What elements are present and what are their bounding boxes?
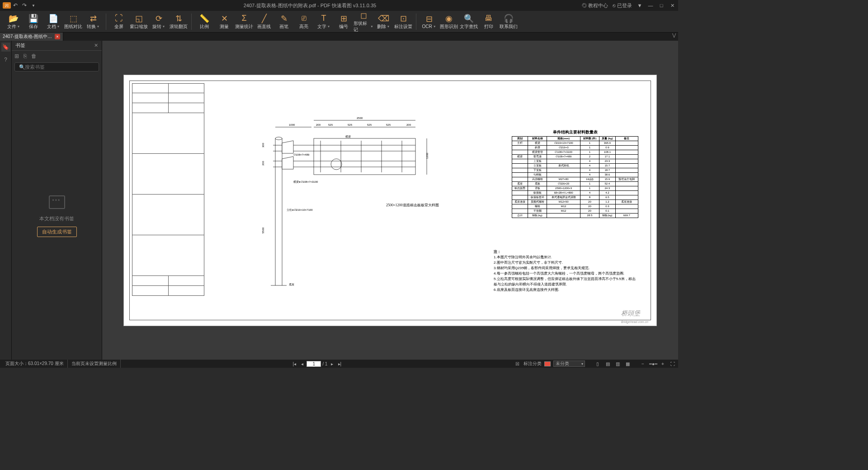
empty-text: 本文档没有书签 — [39, 215, 74, 222]
print-button[interactable]: 🖶打印 — [479, 11, 499, 32]
textsearch-button[interactable]: 🔍文字查找 — [459, 11, 479, 32]
measurestat-button[interactable]: Σ测量统计 — [234, 11, 254, 32]
view-single-icon[interactable]: ▯ — [594, 361, 601, 366]
close-button[interactable]: ✕ — [669, 3, 675, 9]
svg-text:1200: 1200 — [426, 152, 429, 158]
search-icon: 🔍 — [464, 14, 474, 24]
folder-icon: 📂 — [9, 14, 19, 24]
next-page-button[interactable]: ▸ — [329, 361, 335, 366]
pen-icon: ✎ — [281, 14, 288, 24]
fitwindow-button[interactable]: ◱窗口缩放 — [129, 11, 149, 32]
number-button[interactable]: ⊞编号 — [334, 11, 354, 32]
undo-icon[interactable]: ↶ — [11, 2, 20, 9]
fullscreen-button[interactable]: ⛶全屏 — [109, 11, 129, 32]
convert-button[interactable]: ⇄转换▼ — [83, 11, 103, 32]
svg-text:200: 200 — [316, 123, 321, 126]
delete-bookmark-icon[interactable]: 🗑 — [31, 53, 37, 59]
compare-button[interactable]: ⬚图纸对比 — [63, 11, 83, 32]
doc-button[interactable]: 📄文档▼ — [43, 11, 63, 32]
prev-page-button[interactable]: ◂ — [299, 361, 305, 366]
search-icon: 🔍 — [19, 64, 25, 70]
ocr-button[interactable]: ⊟OCR▼ — [419, 11, 439, 32]
app-logo-icon: 闪 — [3, 2, 11, 9]
annot-toggle-icon[interactable]: ☒ — [514, 361, 521, 366]
maximize-button[interactable]: □ — [658, 3, 665, 8]
pin-icon[interactable]: ▼ — [637, 3, 643, 8]
expand-icon[interactable]: ⊞ — [14, 53, 19, 59]
materials-table: 单件结构主要材料数量表 类别材料名称规格(mm)材料数 (件)质量 (kg)备注… — [512, 129, 638, 218]
imgrec-button[interactable]: ◉图形识别 — [439, 11, 459, 32]
minimize-button[interactable]: — — [647, 3, 654, 8]
svg-text:底座: 底座 — [289, 283, 294, 286]
zoom-out-icon[interactable]: − — [639, 361, 646, 366]
view-facing-icon[interactable]: ▥ — [614, 361, 621, 366]
first-page-button[interactable]: |◂ — [291, 361, 297, 366]
delete-button[interactable]: ⌫删除▼ — [373, 11, 393, 32]
annot-color-swatch[interactable] — [544, 361, 551, 366]
bookmark-rail-icon[interactable]: 🔖 — [1, 43, 10, 52]
left-rail: 🔖 ? — [0, 41, 12, 360]
highlight-button[interactable]: ⎚高亮 — [294, 11, 314, 32]
annot-class-select[interactable]: 未分类 — [553, 361, 585, 367]
login-status[interactable]: ⎋ 已登录 — [613, 2, 632, 9]
view-continuous-icon[interactable]: ▤ — [604, 361, 611, 366]
text-icon: T — [321, 14, 326, 24]
tab-close-icon[interactable]: × — [55, 34, 60, 39]
shape-button[interactable]: ◻形状标记▼ — [354, 11, 373, 32]
bookmark-search-input[interactable] — [14, 62, 99, 71]
empty-bookmark-icon — [49, 195, 65, 209]
redo-icon[interactable]: ↷ — [20, 2, 29, 9]
svg-point-2 — [275, 137, 282, 140]
text-button[interactable]: T文字▼ — [314, 11, 334, 32]
status-bar: 页面大小：63.01×29.70 厘米 当前页未设置测量比例 |◂ ◂ / 1 … — [0, 360, 678, 368]
drawing-notes: 注： 1.本图尺寸除注明外其余均以毫米计.2.图中而注尺寸皆为实耐尺寸，非下料尺… — [494, 249, 638, 293]
bookmark-panel: 书签 ✕ ⊞ ⎘ 🗑 🔍 本文档没有书签 自动生成书签 — [12, 41, 102, 360]
page-number-input[interactable] — [307, 361, 321, 367]
menu-dd-icon[interactable]: ▼ — [29, 4, 38, 8]
annotset-button[interactable]: ⊡标注设置 — [393, 11, 413, 32]
line-button[interactable]: ╱画直线 — [254, 11, 274, 32]
drawing-caption: 2500×1200道路标志板板背大样图 — [386, 203, 439, 208]
svg-text:525: 525 — [328, 123, 333, 126]
svg-text:300: 300 — [262, 142, 264, 147]
technical-drawing: 1000 2500 200 525 525 525 525 200 1200 3… — [250, 107, 445, 288]
help-link[interactable]: ◎ 教程中心 — [582, 2, 608, 9]
doc-icon: 📄 — [48, 14, 58, 24]
page-size-label: 页面大小：63.01×29.70 厘米 — [2, 360, 68, 368]
contact-button[interactable]: 🎧联系我们 — [499, 11, 519, 32]
document-tab[interactable]: 2407-提取表格-图纸中… × — [0, 33, 63, 41]
last-page-button[interactable]: ▸| — [336, 361, 343, 366]
fitpage-icon[interactable]: ⛶ — [669, 361, 676, 366]
view-book-icon[interactable]: ▦ — [624, 361, 631, 366]
measure-button[interactable]: ✕测量 — [214, 11, 234, 32]
tabs-chevron-icon[interactable]: ⋁ — [670, 33, 678, 41]
svg-text:525: 525 — [386, 123, 391, 126]
fit-icon: ◱ — [135, 14, 143, 24]
add-bookmark-icon[interactable]: ⎘ — [24, 53, 27, 59]
pdf-viewer[interactable]: 1000 2500 200 525 525 525 525 200 1200 3… — [102, 41, 678, 360]
scroll-button[interactable]: ⇅滚轮翻页 — [169, 11, 189, 32]
imgrec-icon: ◉ — [445, 14, 453, 24]
headset-icon: 🎧 — [504, 14, 514, 24]
rotate-icon: ⟳ — [156, 14, 162, 24]
title-bar: 闪 ↶ ↷ ▼ 2407-提取表格-图纸中的附表.pdf - PDF 快速看图 … — [0, 0, 678, 11]
zoom-in-icon[interactable]: + — [659, 361, 666, 366]
panel-close-icon[interactable]: ✕ — [94, 43, 98, 48]
rotate-button[interactable]: ⟳旋转▼ — [149, 11, 169, 32]
help-rail-icon[interactable]: ? — [1, 55, 10, 64]
pen-button[interactable]: ✎画笔 — [274, 11, 294, 32]
fullscreen-icon: ⛶ — [115, 14, 123, 24]
annot-label: 标注分类 — [524, 361, 542, 367]
svg-text:200: 200 — [406, 123, 411, 126]
svg-point-14 — [331, 159, 342, 170]
autogen-bookmark-button[interactable]: 自动生成书签 — [37, 227, 77, 237]
zoom-slider-icon[interactable]: ━●━ — [649, 361, 656, 366]
svg-text:200: 200 — [262, 161, 264, 166]
svg-rect-13 — [314, 138, 415, 175]
scale-button[interactable]: 📏比例 — [194, 11, 214, 32]
page-total-label: / 1 — [322, 361, 327, 366]
pdf-page: 1000 2500 200 525 525 525 525 200 1200 3… — [123, 75, 657, 326]
save-button[interactable]: 💾保存 — [24, 11, 43, 32]
file-button[interactable]: 📂文件▼ — [4, 11, 24, 32]
main-toolbar: 📂文件▼ 💾保存 📄文档▼ ⬚图纸对比 ⇄转换▼ ⛶全屏 ◱窗口缩放 ⟳旋转▼ … — [0, 11, 678, 33]
